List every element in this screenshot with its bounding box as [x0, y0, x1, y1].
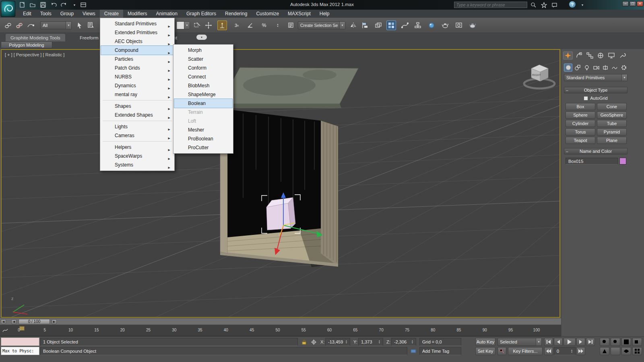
select-and-manipulate-icon[interactable] — [217, 21, 227, 30]
menu-tools[interactable]: Tools — [36, 10, 56, 18]
ribbon-minimize-dropdown[interactable]: ▼ — [196, 35, 207, 40]
unlink-selection-icon[interactable] — [14, 21, 24, 30]
spinner-icon[interactable]: ▲▼ — [345, 340, 347, 344]
maximize-viewport-icon[interactable] — [632, 347, 642, 355]
select-by-name-icon[interactable] — [86, 21, 96, 30]
time-slider-handle[interactable]: 0 / 100 — [19, 319, 50, 324]
angle-snap-icon[interactable] — [246, 21, 255, 30]
primitive-category-dropdown[interactable]: Standard Primitives ▼ — [564, 74, 627, 81]
curve-editor-icon[interactable] — [400, 21, 410, 30]
time-back-button[interactable]: ◀ — [1, 319, 6, 324]
submenu-item-boolean[interactable]: Boolean — [174, 99, 232, 108]
x-coord-field[interactable]: -13,459 ▲▼ — [325, 338, 350, 346]
menu-customize[interactable]: Customize — [252, 10, 283, 18]
goto-start-button[interactable] — [544, 338, 553, 346]
spinner-icon[interactable]: ▲▼ — [571, 349, 573, 353]
menu-edit[interactable]: Edit — [19, 10, 36, 18]
tab-hierarchy-icon[interactable] — [585, 51, 594, 60]
submenu-item-shapemerge[interactable]: ShapeMerge — [174, 90, 232, 99]
cylinder-button[interactable]: Cylinder — [566, 120, 595, 127]
close-button[interactable]: × — [637, 1, 643, 6]
add-time-tag-field[interactable]: Add Time Tag — [419, 347, 461, 355]
category-shapes-icon[interactable] — [573, 64, 582, 72]
current-frame-field[interactable]: 0 ▲▼ — [554, 347, 576, 355]
menu-item-shapes[interactable]: Shapes▶ — [101, 102, 173, 111]
menu-item-standard-primitives[interactable]: Standard Primitives▶ — [101, 19, 173, 28]
submenu-item-procutter[interactable]: ProCutter — [174, 143, 232, 152]
window-crossing-icon[interactable] — [192, 21, 202, 30]
pyramid-button[interactable]: Pyramid — [597, 128, 627, 136]
submenu-item-connect[interactable]: Connect — [174, 72, 232, 81]
select-and-link-icon[interactable] — [3, 21, 13, 30]
submenu-item-mesher[interactable]: Mesher — [174, 125, 232, 134]
menu-item-patch-grids[interactable]: Patch Grids▶ — [101, 64, 173, 72]
menu-item-lights[interactable]: Lights▶ — [101, 122, 173, 131]
menu-help[interactable]: Help — [315, 10, 334, 18]
key-mode-dropdown[interactable]: Selected ▼ — [497, 338, 542, 346]
box-button[interactable]: Box — [566, 103, 595, 110]
tube-button[interactable]: Tube — [597, 120, 627, 127]
z-coord-field[interactable]: -2,306 ▲▼ — [391, 338, 416, 346]
next-frame-button[interactable]: ▶ — [52, 319, 57, 324]
menu-rendering[interactable]: Rendering — [221, 10, 252, 18]
menu-item-dynamics[interactable]: Dynamics▶ — [101, 81, 173, 90]
tab-utilities-icon[interactable] — [617, 51, 627, 60]
y-coord-field[interactable]: 1,373 ▲▼ — [358, 338, 383, 346]
menu-item-extended-primitives[interactable]: Extended Primitives▶ — [101, 28, 173, 37]
mirror-icon[interactable] — [349, 21, 358, 30]
field-of-view-icon[interactable] — [600, 347, 609, 355]
submenu-item-conform[interactable]: Conform — [174, 64, 232, 72]
render-setup-icon[interactable] — [440, 21, 450, 30]
help-icon[interactable]: ? — [569, 1, 576, 8]
category-helpers-icon[interactable] — [601, 64, 609, 72]
menu-item-nurbs[interactable]: NURBS▶ — [101, 72, 173, 81]
menu-graph-editors[interactable]: Graph Editors — [182, 10, 221, 18]
zoom-icon[interactable] — [600, 338, 609, 346]
category-cameras-icon[interactable] — [592, 64, 600, 72]
selection-lock-icon[interactable] — [299, 338, 308, 346]
viewport-scene[interactable] — [2, 50, 559, 317]
time-slider-track[interactable]: ◀ ◀ 0 / 100 ▶ — [0, 318, 561, 325]
sphere-button[interactable]: Sphere — [566, 111, 595, 119]
menu-item-particles[interactable]: Particles▶ — [101, 55, 173, 64]
communication-icon[interactable] — [550, 1, 559, 8]
teapot-button[interactable]: Teapot — [566, 137, 595, 144]
goto-previous-key-button[interactable] — [544, 347, 553, 355]
menu-item-mental-ray[interactable]: mental ray▶ — [101, 90, 173, 99]
submenu-item-blobmesh[interactable]: BlobMesh — [174, 81, 232, 90]
play-button[interactable] — [564, 338, 576, 346]
spinner-snap-icon[interactable]: ▲▼ — [273, 21, 283, 30]
goto-end-button[interactable] — [586, 338, 595, 346]
render-production-icon[interactable] — [468, 21, 477, 30]
set-key-button[interactable]: Set Key — [475, 347, 495, 355]
tab-motion-icon[interactable] — [596, 51, 605, 60]
object-color-swatch[interactable] — [619, 158, 626, 165]
zoom-all-icon[interactable] — [611, 338, 620, 346]
menu-item-compound[interactable]: Compound▶ — [101, 46, 173, 55]
rendered-frame-window-icon[interactable] — [454, 21, 464, 30]
tab-create-icon[interactable] — [563, 51, 573, 60]
zoom-region-icon[interactable] — [632, 338, 642, 346]
orbit-icon[interactable] — [621, 347, 631, 355]
torus-button[interactable]: Torus — [566, 128, 595, 136]
set-keys-icon-button[interactable] — [497, 347, 506, 355]
spinner-icon[interactable]: ▲▼ — [378, 340, 380, 344]
category-spacewarps-icon[interactable] — [610, 64, 619, 72]
maximize-button[interactable]: □ — [630, 1, 636, 6]
submenu-item-scatter[interactable]: Scatter — [174, 55, 232, 64]
absolute-mode-icon[interactable] — [309, 338, 318, 346]
room-model[interactable] — [220, 68, 358, 267]
next-frame-button[interactable] — [576, 338, 585, 346]
edit-named-selections-icon[interactable] — [287, 21, 296, 30]
named-selection-combo[interactable]: ▼ — [176, 21, 190, 29]
category-lights-icon[interactable] — [582, 64, 591, 72]
polygon-modeling-panel[interactable]: Polygon Modeling — [1, 41, 52, 48]
graphite-ribbon-toggle-icon[interactable] — [386, 21, 396, 30]
auto-key-button[interactable]: Auto Key — [475, 338, 495, 346]
goto-next-key-button[interactable] — [576, 347, 585, 355]
viewcube[interactable]: RIGHT — [522, 60, 558, 91]
search-input[interactable] — [454, 2, 527, 8]
selection-filter-dropdown[interactable]: All ▼ — [40, 21, 72, 29]
prev-frame-button[interactable]: ◀ — [11, 319, 17, 324]
viewport[interactable]: [ + ] [ Perspective ] [ Realistic ] RIGH… — [1, 49, 560, 318]
